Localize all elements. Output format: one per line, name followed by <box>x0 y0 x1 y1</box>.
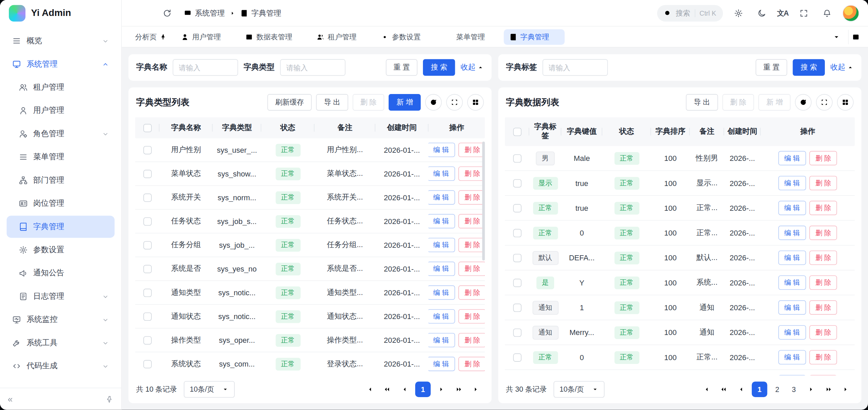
tab-menu-mgmt[interactable]: 菜单管理 <box>440 29 500 45</box>
prev-page-button[interactable] <box>734 382 748 396</box>
delete-button[interactable]: 删 除 <box>353 94 385 111</box>
delete-button[interactable]: 删 除 <box>458 214 485 228</box>
delete-button[interactable]: 删 除 <box>722 94 754 111</box>
row-checkbox[interactable] <box>513 278 521 286</box>
edit-button[interactable]: 编 辑 <box>778 226 806 240</box>
row-checkbox[interactable] <box>143 288 151 297</box>
delete-button[interactable]: 删 除 <box>809 250 837 265</box>
collapse-filters-link[interactable]: 收起 <box>830 62 853 72</box>
edit-button[interactable]: 编 辑 <box>428 190 455 205</box>
dict-label-input[interactable] <box>543 59 608 76</box>
column-settings-button[interactable] <box>467 94 484 111</box>
edit-button[interactable]: 编 辑 <box>778 250 806 265</box>
sidebar-toggle-button[interactable] <box>135 5 151 21</box>
export-button[interactable]: 导 出 <box>316 94 348 111</box>
row-checkbox[interactable] <box>143 217 151 225</box>
tab-tenant-mgmt[interactable]: 租户管理 <box>311 29 372 45</box>
collapse-filters-link[interactable]: 收起 <box>461 62 484 72</box>
delete-button[interactable]: 删 除 <box>809 350 837 364</box>
sidebar-item-system-mgmt[interactable]: 系统管理 <box>7 53 115 75</box>
row-checkbox[interactable] <box>513 353 521 361</box>
sidebar-item-role-mgmt[interactable]: 角色管理 <box>7 123 115 145</box>
reset-button[interactable]: 重 置 <box>386 59 418 76</box>
close-icon[interactable] <box>360 34 367 40</box>
notifications-button[interactable] <box>819 5 835 21</box>
delete-button[interactable]: 删 除 <box>809 176 837 190</box>
table-refresh-button[interactable] <box>425 94 442 111</box>
tab-param-settings[interactable]: 参数设置 <box>375 29 436 45</box>
refresh-page-button[interactable] <box>159 5 175 21</box>
select-all-checkbox[interactable] <box>513 128 521 136</box>
delete-button[interactable]: 删 除 <box>809 300 837 315</box>
next-5-pages-button[interactable] <box>452 382 466 396</box>
refresh-cache-button[interactable]: 刷新缓存 <box>267 94 312 111</box>
edit-button[interactable]: 编 辑 <box>428 238 455 252</box>
theme-toggle-button[interactable] <box>754 5 769 21</box>
sidebar-item-menu-mgmt[interactable]: 菜单管理 <box>7 146 115 168</box>
add-button[interactable]: 新 增 <box>759 94 791 111</box>
page-size-select[interactable]: 10条/页 <box>183 381 234 398</box>
dict-name-input[interactable] <box>173 59 238 76</box>
row-checkbox[interactable] <box>513 229 521 237</box>
row-checkbox[interactable] <box>143 169 151 178</box>
app-logo[interactable]: Yi Admin <box>0 0 121 26</box>
sidebar-collapse-button[interactable]: « <box>8 394 13 404</box>
sidebar-item-code-gen[interactable]: 代码生成 <box>7 355 115 377</box>
close-icon[interactable] <box>224 34 231 40</box>
delete-button[interactable]: 删 除 <box>809 375 837 376</box>
close-icon[interactable] <box>424 34 431 40</box>
edit-button[interactable]: 编 辑 <box>778 375 806 376</box>
sidebar-item-system-monitor[interactable]: 系统监控 <box>7 309 115 331</box>
sidebar-item-user-mgmt[interactable]: 用户管理 <box>7 99 115 122</box>
dict-type-input[interactable] <box>280 59 346 76</box>
table-refresh-button[interactable] <box>795 94 812 111</box>
sidebar-item-system-tools[interactable]: 系统工具 <box>7 332 115 354</box>
breadcrumb-item-dict[interactable]: 字典管理 <box>240 8 281 18</box>
select-all-checkbox[interactable] <box>143 124 151 132</box>
tab-user-mgmt[interactable]: 用户管理 <box>176 29 236 45</box>
tab-analysis[interactable]: 分析页 <box>129 29 172 45</box>
sidebar-item-tenant-mgmt[interactable]: 租户管理 <box>7 76 115 98</box>
edit-button[interactable]: 编 辑 <box>778 176 806 190</box>
avatar[interactable] <box>843 5 859 21</box>
sidebar-item-dept-mgmt[interactable]: 部门管理 <box>7 169 115 191</box>
row-checkbox[interactable] <box>513 154 521 162</box>
row-checkbox[interactable] <box>143 265 151 273</box>
next-page-button[interactable] <box>804 382 818 396</box>
edit-button[interactable]: 编 辑 <box>778 201 806 215</box>
prev-5-pages-button[interactable] <box>716 382 731 396</box>
language-button[interactable]: 文A <box>777 8 788 18</box>
delete-button[interactable]: 删 除 <box>809 226 837 240</box>
add-button[interactable]: 新 增 <box>389 94 421 111</box>
edit-button[interactable]: 编 辑 <box>428 357 455 371</box>
sidebar-item-notice[interactable]: 通知公告 <box>7 262 115 284</box>
delete-button[interactable]: 删 除 <box>458 262 485 276</box>
delete-button[interactable]: 删 除 <box>809 325 837 339</box>
pin-icon[interactable] <box>106 395 113 403</box>
page-number[interactable]: 1 <box>752 381 767 397</box>
prev-5-pages-button[interactable] <box>380 382 394 396</box>
page-number[interactable]: 2 <box>770 381 784 397</box>
row-checkbox[interactable] <box>143 336 151 344</box>
edit-button[interactable]: 编 辑 <box>428 143 455 157</box>
prev-page-button[interactable] <box>397 382 412 396</box>
edit-button[interactable]: 编 辑 <box>778 151 806 165</box>
search-button[interactable]: 搜 索 <box>793 59 825 76</box>
row-checkbox[interactable] <box>513 254 521 262</box>
edit-button[interactable]: 编 辑 <box>428 262 455 276</box>
page-number[interactable]: 1 <box>415 381 431 397</box>
sidebar-item-param-settings[interactable]: 参数设置 <box>7 239 115 261</box>
search-button[interactable]: 搜 索 <box>423 59 455 76</box>
delete-button[interactable]: 删 除 <box>458 143 485 157</box>
delete-button[interactable]: 删 除 <box>458 238 485 252</box>
tab-dict-mgmt[interactable]: 字典管理 <box>504 29 565 45</box>
row-checkbox[interactable] <box>143 360 151 368</box>
tabs-dropdown-button[interactable] <box>829 30 844 44</box>
row-checkbox[interactable] <box>513 204 521 212</box>
row-checkbox[interactable] <box>513 179 521 187</box>
page-size-select[interactable]: 10条/页 <box>553 381 604 398</box>
close-icon[interactable] <box>296 34 302 40</box>
delete-button[interactable]: 删 除 <box>809 201 837 215</box>
edit-button[interactable]: 编 辑 <box>778 275 806 290</box>
next-5-pages-button[interactable] <box>821 382 836 396</box>
